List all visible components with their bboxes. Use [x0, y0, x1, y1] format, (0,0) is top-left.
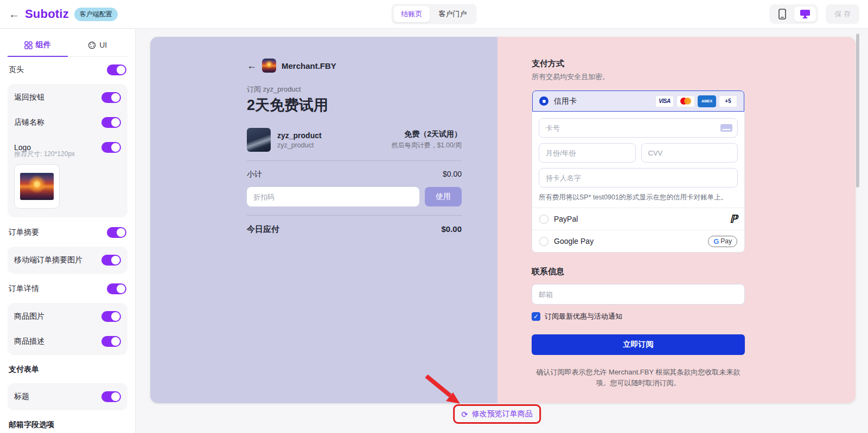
payment-form-header: 支付表单 [8, 357, 127, 382]
discount-code-input[interactable] [247, 187, 419, 206]
paypal-icon: ℙ [730, 212, 737, 225]
subtotal-label: 小计 [247, 170, 262, 179]
phone-icon [778, 9, 787, 20]
cvv-input[interactable] [641, 143, 738, 163]
card-brand-chips: VISA AMEX +5 [655, 95, 737, 107]
row-back-button: 返回按钮 [14, 85, 121, 110]
due-today-value: $0.00 [441, 224, 462, 235]
components-icon [24, 41, 33, 49]
preview-summary-pane: ← Merchant.FBY 订阅 zyz_product 2天免费试用 zyz… [150, 37, 497, 403]
subscription-disclaimer: 确认订阅即表示您允许 Merchant.FBY 根据其条款向您收取未来款项。您可… [532, 367, 745, 388]
product-image-toggle[interactable] [101, 311, 121, 322]
email-input[interactable] [532, 284, 745, 305]
googlepay-label: Google Pay [554, 237, 593, 245]
device-toggle [769, 4, 818, 24]
mastercard-icon [676, 95, 695, 107]
statement-note: 所有费用将以SP* test0901的形式显示在您的信用卡对账单上。 [539, 193, 738, 202]
store-name-label: 店铺名称 [14, 118, 44, 127]
sidebar-tabs: 组件 UI [8, 35, 127, 57]
row-mobile-order-image: 移动端订单摘要图片 [14, 248, 121, 273]
subtotal-value: $0.00 [443, 170, 462, 179]
due-today-label: 今日应付 [247, 224, 279, 235]
price-main: 免费（2天试用） [392, 130, 462, 139]
card-number-input[interactable] [539, 118, 738, 138]
mobile-order-image-label: 移动端订单摘要图片 [14, 255, 82, 265]
paypal-radio[interactable] [539, 215, 548, 224]
divider [247, 160, 462, 161]
newsletter-row: ✓ 订阅最新优惠与活动通知 [532, 312, 745, 321]
brand-logo[interactable]: Subotiz [25, 7, 69, 21]
merchant-header: ← Merchant.FBY [247, 59, 462, 73]
row-order-details: 订单详情 [8, 276, 127, 302]
checkout-preview: ← Merchant.FBY 订阅 zyz_product 2天免费试用 zyz… [150, 37, 856, 403]
desktop-view-button[interactable] [794, 7, 816, 22]
subscribe-now-button[interactable]: 立即订阅 [532, 334, 745, 355]
payment-methods-panel: 信用卡 VISA AMEX +5 [532, 90, 745, 253]
payment-title-toggle[interactable] [101, 391, 121, 402]
topbar-right: 保 存 [769, 4, 859, 24]
credit-card-label: 信用卡 [554, 96, 577, 106]
subtotal-row: 小计 $0.00 [247, 170, 462, 179]
expiry-input[interactable] [539, 143, 636, 163]
order-summary-toggle[interactable] [107, 227, 126, 238]
google-g-glyph: G [713, 237, 719, 245]
due-today-row: 今日应付 $0.00 [247, 224, 462, 235]
payment-method-title: 支付方式 [532, 59, 745, 69]
product-image-label: 商品图片 [14, 312, 44, 321]
googlepay-radio[interactable] [539, 237, 548, 246]
save-button[interactable]: 保 存 [826, 4, 859, 24]
amex-icon: AMEX [698, 95, 716, 107]
paypal-option[interactable]: PayPal ℙ [532, 208, 744, 230]
back-button-toggle[interactable] [101, 92, 121, 103]
newsletter-label: 订阅最新优惠与活动通知 [545, 312, 622, 321]
product-description: zyz_product [277, 141, 322, 149]
apply-discount-button[interactable]: 使用 [425, 187, 462, 206]
order-details-label: 订单详情 [9, 284, 39, 294]
group-order-summary: 移动端订单摘要图片 [8, 247, 127, 274]
page-header-toggle[interactable] [107, 64, 126, 75]
product-name: zyz_product [277, 131, 322, 140]
order-details-toggle[interactable] [107, 283, 126, 294]
row-product-image: 商品图片 [14, 304, 121, 329]
payment-title-label: 标题 [14, 392, 29, 402]
preview-back-arrow-icon[interactable]: ← [247, 60, 257, 72]
more-cards-badge: +5 [719, 95, 737, 107]
group-header-options: 返回按钮 店铺名称 Logo 推荐尺寸: 120*120px [8, 84, 127, 217]
price-sub: 然后每周计费，$1.00/周 [392, 141, 462, 150]
credit-card-option[interactable]: 信用卡 VISA AMEX +5 [532, 91, 744, 112]
cardholder-name-input[interactable] [539, 168, 738, 188]
mobile-order-image-toggle[interactable] [101, 255, 121, 266]
row-order-summary: 订单摘要 [8, 219, 127, 245]
product-desc-toggle[interactable] [101, 336, 121, 347]
row-page-header: 页头 [8, 57, 127, 83]
back-arrow-icon[interactable]: ← [9, 9, 20, 20]
palette-icon [88, 41, 96, 49]
logo-image [20, 173, 54, 200]
credit-card-radio[interactable] [539, 96, 548, 106]
sidebar: 组件 UI 页头 返回按钮 店铺名称 Logo 推荐尺寸: 120*120px … [0, 29, 136, 433]
sidebar-scrollbar[interactable] [856, 34, 859, 188]
googlepay-icon: G Pay [708, 236, 737, 247]
topbar: ← Subotiz 客户端配置 结账页 客户门户 保 存 [0, 0, 868, 29]
mobile-view-button[interactable] [771, 7, 793, 22]
googlepay-option[interactable]: Google Pay G Pay [532, 230, 744, 252]
modify-preview-products-button[interactable]: ⟳ 修改预览订单商品 [458, 407, 536, 421]
product-thumbnail [247, 128, 271, 152]
store-name-toggle[interactable] [101, 117, 121, 128]
group-order-details: 商品图片 商品描述 [8, 303, 127, 355]
logo-toggle[interactable] [101, 142, 121, 153]
tab-checkout-page[interactable]: 结账页 [394, 6, 430, 22]
gpay-text: Pay [720, 237, 732, 245]
tab-ui[interactable]: UI [68, 35, 128, 56]
page-header-label: 页头 [9, 65, 24, 75]
order-summary-label: 订单摘要 [9, 228, 39, 237]
tab-components[interactable]: 组件 [8, 35, 68, 56]
desktop-icon [800, 9, 810, 19]
tab-components-label: 组件 [36, 40, 51, 50]
payment-security-note: 所有交易均安全且加密。 [532, 72, 745, 82]
merchant-name: Merchant.FBY [282, 61, 336, 70]
newsletter-checkbox[interactable]: ✓ [532, 312, 540, 321]
tab-customer-portal[interactable]: 客户门户 [431, 6, 475, 22]
modify-preview-products-label: 修改预览订单商品 [472, 409, 533, 419]
logo-upload-box[interactable] [14, 164, 60, 209]
